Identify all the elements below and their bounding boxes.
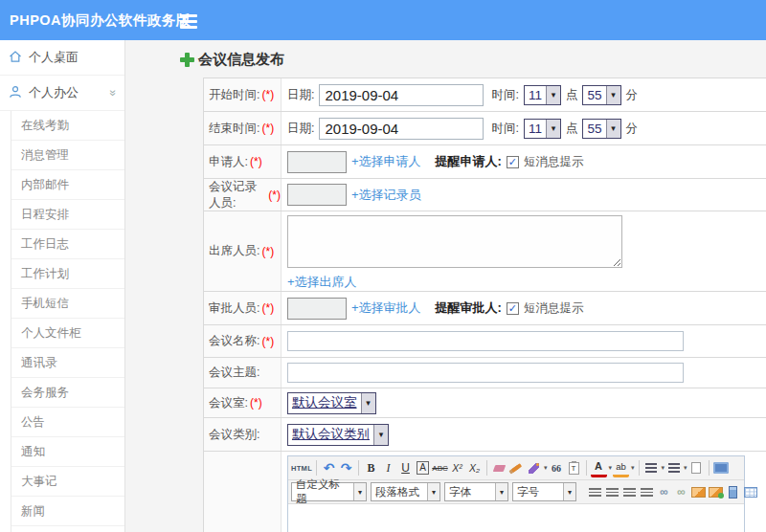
align-right-icon[interactable] — [621, 483, 638, 501]
sidebar-item-sms[interactable]: 手机短信 — [11, 289, 124, 319]
italic-button[interactable]: I — [380, 459, 396, 477]
end-minute-select[interactable]: 55 — [582, 119, 620, 139]
sidebar-item-desktop[interactable]: 个人桌面 — [0, 40, 124, 76]
page-title-row: 会议信息发布 — [180, 51, 766, 69]
start-hour-select[interactable]: 11 — [524, 85, 561, 105]
meeting-room-select[interactable]: 默认会议室 — [287, 392, 376, 414]
start-minute-select[interactable]: 55 — [582, 85, 620, 105]
font-style-button[interactable]: A — [417, 461, 429, 475]
dropdown-arrow-icon — [373, 425, 388, 445]
dropdown-arrow-icon[interactable] — [631, 464, 635, 472]
paste-icon[interactable]: T — [566, 459, 582, 477]
sidebar-item-e-journal[interactable]: 电子期刊 — [11, 526, 124, 532]
recorder-input[interactable] — [287, 184, 347, 206]
sms-label: 短消息提示 — [524, 154, 584, 170]
sidebar-item-announcement[interactable]: 公告 — [11, 408, 124, 437]
sidebar: 个人桌面 个人办公 在线考勤 消息管理 内部邮件 日程安排 工作日志 工作计划 … — [0, 40, 125, 532]
sidebar-item-attendance[interactable]: 在线考勤 — [11, 111, 124, 141]
rich-text-editor: HTML ↶ ↷ B I U A ABC X² X₂ — [287, 455, 745, 532]
app-header: PHPOA协同办公软件政务版 — [0, 0, 766, 40]
bold-button[interactable]: B — [363, 459, 379, 477]
align-left-icon[interactable] — [587, 483, 603, 501]
meeting-category-select[interactable]: 默认会议类别 — [287, 424, 389, 446]
unordered-list-icon[interactable] — [665, 459, 682, 477]
font-family-select[interactable]: 字体 — [444, 482, 508, 501]
form-row-meeting-room: 会议室:(*) 默认会议室 — [204, 388, 766, 418]
form-row-approver: 审批人员:(*) +选择审批人 提醒审批人: 短消息提示 — [204, 292, 766, 325]
superscript-button[interactable]: X² — [449, 459, 465, 477]
meeting-room-label: 会议室: — [209, 395, 248, 411]
insert-table-icon[interactable] — [742, 483, 758, 501]
redo-icon[interactable]: ↷ — [338, 459, 354, 477]
quick-format-icon[interactable] — [526, 459, 542, 477]
sidebar-item-schedule[interactable]: 日程安排 — [11, 200, 124, 230]
form-row-meeting-subject: 会议主题: — [204, 358, 766, 388]
sms-checkbox[interactable] — [507, 302, 519, 315]
sidebar-item-news[interactable]: 新闻 — [11, 497, 124, 526]
sidebar-item-meeting-service[interactable]: 会务服务 — [11, 378, 124, 408]
sidebar-item-notice[interactable]: 通知 — [11, 437, 124, 467]
editor-content-area[interactable] — [288, 504, 744, 532]
select-applicant-link[interactable]: +选择申请人 — [351, 153, 421, 170]
meeting-name-input[interactable] — [287, 331, 684, 351]
eraser-icon[interactable] — [491, 459, 507, 477]
meeting-category-label: 会议类别: — [209, 427, 259, 443]
sidebar-item-internal-mail[interactable]: 内部邮件 — [11, 170, 124, 200]
page-title: 会议信息发布 — [198, 51, 284, 69]
approver-input[interactable] — [287, 298, 347, 320]
insert-link-icon[interactable]: ∞ — [656, 483, 672, 501]
sidebar-item-work-log[interactable]: 工作日志 — [11, 230, 124, 259]
end-hour-select[interactable]: 11 — [524, 119, 561, 139]
app-title: PHPOA协同办公软件政务版 — [0, 11, 191, 30]
plus-icon — [180, 53, 194, 67]
highlight-color-button[interactable]: ab — [613, 459, 629, 477]
menu-icon[interactable] — [180, 14, 197, 17]
heading-select[interactable]: 自定义标题 — [291, 482, 367, 501]
align-justify-icon[interactable] — [639, 483, 655, 501]
dropdown-arrow-icon[interactable] — [544, 464, 548, 472]
select-attendees-link[interactable]: +选择出席人 — [287, 275, 357, 289]
sms-checkbox[interactable] — [507, 156, 519, 168]
strikethrough-button[interactable]: ABC — [432, 459, 448, 477]
form-row-meeting-content: HTML ↶ ↷ B I U A ABC X² X₂ — [204, 452, 766, 532]
font-size-select[interactable]: 字号 — [512, 482, 576, 501]
sidebar-submenu: 在线考勤 消息管理 内部邮件 日程安排 工作日志 工作计划 手机短信 个人文件柜… — [11, 111, 124, 532]
sidebar-item-contacts[interactable]: 通讯录 — [11, 348, 124, 378]
start-date-input[interactable] — [319, 84, 484, 106]
html-source-button[interactable]: HTML — [291, 459, 312, 477]
chevron-down-icon — [109, 90, 119, 97]
sidebar-item-label: 个人桌面 — [29, 49, 117, 66]
select-approver-link[interactable]: +选择审批人 — [351, 299, 421, 317]
underline-button[interactable]: U — [397, 459, 414, 477]
ordered-list-icon[interactable] — [643, 459, 660, 477]
applicant-input[interactable] — [287, 151, 347, 173]
remove-link-icon[interactable]: ∞ — [673, 483, 689, 501]
end-date-input[interactable] — [319, 118, 484, 140]
dropdown-arrow-icon[interactable] — [609, 464, 613, 472]
form-row-meeting-name: 会议名称:(*) — [204, 325, 766, 358]
sidebar-item-work-plan[interactable]: 工作计划 — [11, 259, 124, 289]
required-mark: (*) — [261, 335, 274, 348]
dropdown-arrow-icon[interactable] — [684, 464, 687, 472]
subscript-button[interactable]: X₂ — [466, 459, 483, 477]
paragraph-format-select[interactable]: 段落格式 — [371, 482, 440, 501]
new-document-icon[interactable] — [688, 459, 705, 477]
format-brush-icon[interactable] — [508, 459, 525, 477]
font-color-button[interactable]: A — [591, 459, 607, 477]
sidebar-item-file-cabinet[interactable]: 个人文件柜 — [11, 319, 124, 348]
attendees-textarea[interactable] — [287, 215, 622, 268]
dropdown-arrow-icon[interactable] — [662, 464, 665, 472]
editor-toolbar-row2: 自定义标题 段落格式 字体 字号 ∞ ∞ — [288, 480, 744, 504]
blockquote-button[interactable]: 66 — [549, 459, 565, 477]
sidebar-item-office[interactable]: 个人办公 — [0, 76, 124, 111]
insert-image-icon[interactable] — [690, 483, 707, 501]
align-center-icon[interactable] — [604, 483, 620, 501]
insert-media-icon[interactable] — [725, 483, 741, 501]
sidebar-item-messages[interactable]: 消息管理 — [11, 141, 124, 170]
fullscreen-icon[interactable] — [713, 459, 730, 477]
undo-icon[interactable]: ↶ — [321, 459, 337, 477]
select-recorder-link[interactable]: +选择记录员 — [351, 187, 421, 204]
meeting-subject-input[interactable] — [287, 363, 684, 383]
sidebar-item-events[interactable]: 大事记 — [11, 467, 124, 497]
upload-image-icon[interactable] — [708, 483, 724, 501]
